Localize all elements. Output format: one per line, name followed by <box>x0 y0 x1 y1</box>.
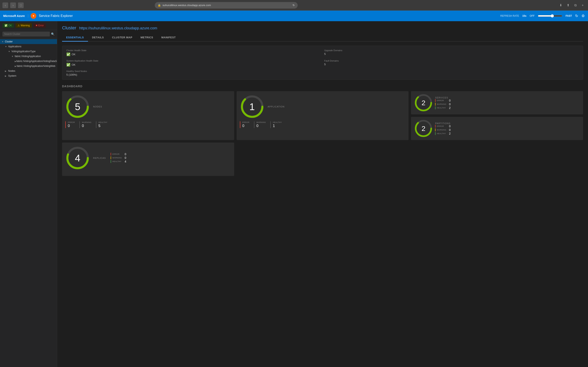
search-bar: 🔍 <box>0 30 57 38</box>
essentials-panel: Cluster Health State ✅ OK Upgrade Domain… <box>62 46 583 80</box>
dashboard-title: DASHBOARD <box>62 85 583 88</box>
refresh-button[interactable]: ↻ <box>575 14 578 18</box>
healthy-seed-label: Healthy Seed Nodes <box>66 70 321 72</box>
tab-metrics[interactable]: METRICS <box>136 34 157 42</box>
sidebar-item-voting-app[interactable]: ▼ fabric:/VotingApplication <box>0 54 57 59</box>
nodes-label: NODES <box>93 105 102 108</box>
tab-details[interactable]: DETAILS <box>88 34 108 42</box>
sidebar-filters: ✅ OK ⚠ Warning ✖ Error <box>0 21 57 30</box>
refresh-icon[interactable]: ↻ <box>293 4 295 7</box>
upgrade-domains-item: Upgrade Domains 5 <box>324 49 579 56</box>
back-button[interactable]: ‹ <box>2 2 8 8</box>
nodes-healthy-stat: HEALTHY 5 <box>96 121 110 128</box>
services-stats: ERROR 0 WARNING 0 HEALTHY <box>435 99 580 109</box>
tab-manifest[interactable]: MANIFEST <box>157 34 180 42</box>
partitions-stats: ERROR 0 WARNING 0 HEALTHY <box>435 125 580 135</box>
upgrade-domains-label: Upgrade Domains <box>324 49 579 52</box>
ok-circle-icon: ✅ <box>66 52 70 56</box>
error-icon: ✖ <box>35 24 38 27</box>
services-count: 2 <box>422 99 425 107</box>
application-stats: ERROR 0 WARNING 0 HEALTHY 1 <box>240 121 406 128</box>
tree-view: ▼ Cluster ▼ Applications ▼ VotingApplica… <box>0 38 57 79</box>
search-input[interactable] <box>2 32 50 36</box>
replicas-count: 4 <box>75 152 80 164</box>
cluster-health-label: Cluster Health State <box>66 49 321 52</box>
application-warning-stat: WARNING 0 <box>254 121 268 128</box>
download-icon[interactable]: ⬇ <box>558 2 563 8</box>
url-bar[interactable]: 🔒 suhurulilinux.westus.cloudapp.azure.co… <box>155 2 298 8</box>
warning-bar-icon-3 <box>111 156 111 159</box>
cluster-health-item: Cluster Health State ✅ OK <box>66 49 321 56</box>
services-donut: 2 <box>414 94 433 112</box>
system-app-health-item: System Application Health State ✅ OK <box>66 59 321 67</box>
ok-circle-icon-2: ✅ <box>66 63 70 67</box>
healthy-bar-icon-2 <box>435 132 435 135</box>
filter-warning-button[interactable]: ⚠ Warning <box>16 23 32 28</box>
system-app-health-value: ✅ OK <box>66 63 321 67</box>
refresh-slider[interactable] <box>538 14 562 17</box>
application-count: 1 <box>249 101 255 112</box>
fault-domains-value: 5 <box>324 63 579 66</box>
replicas-stats: ERROR 0 WARNING 0 HEALTHY 4 <box>111 152 126 164</box>
sidebar-item-nodes[interactable]: ▶ Nodes <box>0 68 57 73</box>
error-bar-icon-3 <box>111 153 111 156</box>
chevron-down-icon: ▼ <box>2 41 5 43</box>
partitions-count: 2 <box>422 125 425 133</box>
share-icon[interactable]: ⬆ <box>565 2 571 8</box>
tab-essentials[interactable]: ESSENTIALS <box>62 34 88 42</box>
chevron-right-icon: ▶ <box>5 75 8 77</box>
tab-icon[interactable]: ⧉ <box>572 2 578 8</box>
browser-actions: ⬇ ⬆ ⧉ + <box>558 2 586 8</box>
replicas-card: 4 REPLICAS ERROR 0 W <box>62 142 234 176</box>
filter-error-button[interactable]: ✖ Error <box>34 23 46 28</box>
content-area: Cluster https://suhurulilinux.westus.clo… <box>57 21 588 367</box>
services-card: 2 SERVICES ERROR 0 <box>411 91 583 114</box>
search-icon: 🔍 <box>51 33 54 36</box>
sidebar-item-voting-data-svc[interactable]: ▶ fabric:/VotingApplication/VotingDataSe… <box>0 59 57 64</box>
chevron-right-icon: ▶ <box>15 60 16 62</box>
replicas-label-area: REPLICAS <box>93 157 106 159</box>
services-info: SERVICES ERROR 0 WARNING 0 <box>435 96 580 110</box>
upgrade-domains-value: 5 <box>324 52 579 55</box>
partitions-info: PARTITIONS ERROR 0 WARNING 0 <box>435 121 580 136</box>
sidebar-item-applications[interactable]: ▼ Applications <box>0 44 57 49</box>
application-card-main: 1 APPLICATION <box>240 94 406 119</box>
sidebar-item-system[interactable]: ▶ System <box>0 73 57 78</box>
sidebar: ✅ OK ⚠ Warning ✖ Error 🔍 ▼ Cluster <box>0 21 57 367</box>
nodes-card: 5 NODES ERROR 0 WARNING 0 <box>62 91 234 140</box>
application-label: APPLICATION <box>268 105 285 108</box>
fullscreen-button[interactable]: □ <box>18 2 24 8</box>
sidebar-item-cluster[interactable]: ▼ Cluster <box>0 39 57 44</box>
browser-chrome: ‹ › □ 🔒 suhurulilinux.westus.cloudapp.az… <box>0 0 588 11</box>
healthy-seed-item: Healthy Seed Nodes 5 (100%) <box>66 70 321 76</box>
refresh-off-label: OFF <box>530 15 535 17</box>
settings-button[interactable]: ⚙ <box>581 14 585 18</box>
lock-icon: 🔒 <box>158 4 161 7</box>
warning-icon: ⚠ <box>17 24 20 27</box>
nodes-donut: 5 <box>65 94 90 119</box>
forward-button[interactable]: › <box>10 2 16 8</box>
partitions-donut: 2 <box>414 119 433 138</box>
right-column: 2 SERVICES ERROR 0 <box>411 91 583 140</box>
sidebar-item-voting-app-type[interactable]: ▼ VotingApplicationType <box>0 49 57 54</box>
chevron-down-icon: ▼ <box>11 55 15 58</box>
application-donut: 1 <box>240 94 264 119</box>
tab-cluster-map[interactable]: CLUSTER MAP <box>108 34 136 42</box>
chevron-right-icon: ▶ <box>5 70 8 72</box>
nodes-count: 5 <box>75 101 80 112</box>
sidebar-item-voting-web[interactable]: ▶ fabric:/VotingApplication/VotingWeb <box>0 64 57 68</box>
fault-domains-label: Fault Domains <box>324 59 579 62</box>
header-right: REFRESH RATE 15s OFF FAST ↻ ⚙ <box>501 14 585 18</box>
cluster-url: https://suhurulilinux.westus.cloudapp.az… <box>79 26 157 30</box>
healthy-bar-icon <box>435 106 435 109</box>
chevron-down-icon: ▼ <box>5 45 8 48</box>
error-bar-icon <box>435 99 435 102</box>
chevron-down-icon: ▼ <box>8 50 11 53</box>
plus-icon[interactable]: + <box>580 2 586 8</box>
cluster-health-value: ✅ OK <box>66 52 321 56</box>
healthy-bar-icon-3 <box>111 160 111 163</box>
filter-ok-button[interactable]: ✅ OK <box>2 23 14 28</box>
replicas-donut: 4 <box>65 146 90 170</box>
application-card: 1 APPLICATION ERROR 0 WARNING 0 <box>237 91 409 140</box>
ok-check-icon: ✅ <box>4 24 8 27</box>
